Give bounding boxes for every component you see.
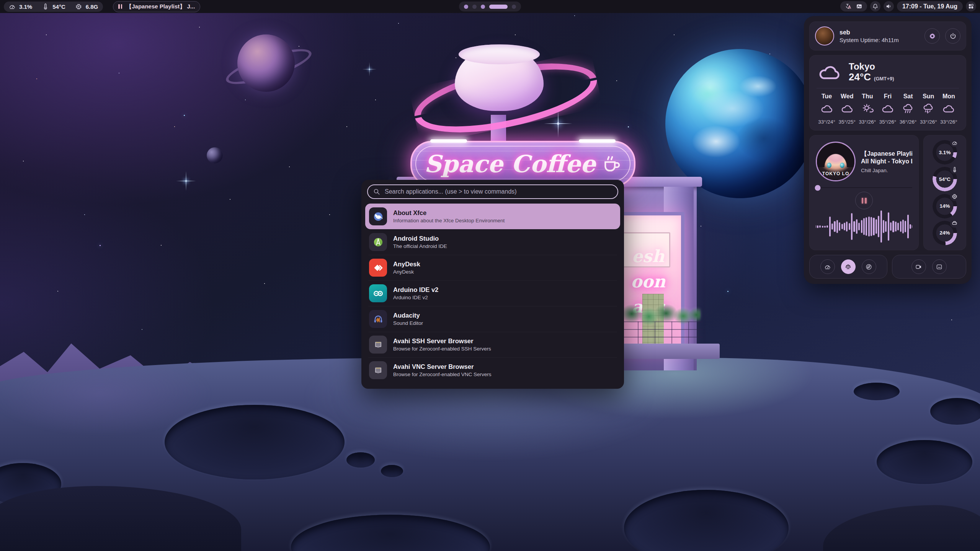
balanced-mode-button[interactable] (841, 259, 856, 274)
weather-city: Tokyo (849, 62, 894, 71)
waveform-bar (888, 212, 889, 241)
workspace-dot-1[interactable] (464, 5, 468, 9)
sparkle-star (185, 180, 187, 182)
waveform-bar (849, 223, 850, 230)
now-playing-title: 【Japanese Playlist】 J... (126, 3, 195, 10)
temperature-value: 54°C (52, 3, 65, 10)
screenshot-button[interactable] (932, 259, 947, 274)
volume-button[interactable] (884, 1, 894, 11)
cup-rim (459, 44, 540, 64)
app-description: Information about the Xfce Desktop Envir… (393, 218, 505, 223)
progress-knob[interactable] (815, 185, 821, 191)
app-description: Sound Editor (393, 320, 423, 326)
app-row-arduino[interactable]: Arduino IDE v2 Arduino IDE v2 (365, 280, 620, 306)
username: seb (840, 29, 919, 36)
disk-icon (950, 219, 959, 228)
app-row-anydesk[interactable]: AnyDesk AnyDesk (365, 255, 620, 280)
cloud-icon (837, 103, 857, 116)
workspace-switcher[interactable] (459, 2, 521, 11)
purple-planet (237, 34, 295, 92)
waveform-bar (826, 225, 828, 228)
waveform-bar (895, 222, 897, 231)
forecast-day: Mon (939, 93, 959, 100)
crater (346, 452, 375, 468)
sparkle-star (557, 122, 559, 125)
album-art[interactable]: TOKYO LO (816, 142, 856, 181)
small-moon (207, 147, 223, 163)
rain-icon (898, 103, 918, 116)
cpu-load-icon (9, 3, 15, 10)
app-row-android-studio[interactable]: Android Studio The official Android IDE (365, 229, 620, 255)
tray-icons-pill[interactable] (840, 1, 867, 11)
waveform-bar (853, 221, 855, 232)
crater (381, 465, 403, 477)
sign-light (430, 139, 467, 143)
app-row-avahi-vnc[interactable]: Avahi VNC Server Browser Browse for Zero… (365, 357, 620, 383)
cloud-icon (939, 103, 959, 116)
app-row-about-xfce[interactable]: About Xfce Information about the Xfce De… (365, 204, 620, 229)
wallpaper-icon[interactable] (856, 3, 862, 10)
waveform-bar (883, 220, 884, 233)
performance-mode-button[interactable] (820, 259, 835, 274)
forecast-day: Wed (837, 93, 857, 100)
now-playing-pill[interactable]: 【Japanese Playlist】 J... (113, 1, 200, 12)
waveform-bar (844, 223, 845, 230)
waveform-bar (851, 213, 853, 240)
track-progress-bar[interactable] (816, 187, 912, 188)
app-row-avahi-ssh[interactable]: Avahi SSH Server Browser Browse for Zero… (365, 332, 620, 357)
cpu-load-value: 3.1% (19, 3, 32, 10)
waveform-bar (836, 220, 838, 233)
waveform-bar (890, 222, 892, 231)
workspace-dot-2[interactable] (472, 5, 477, 9)
picture-icon (936, 264, 942, 270)
waveform-bar (912, 225, 912, 228)
crater (165, 405, 345, 479)
memory-icon (75, 3, 82, 10)
system-stats-pill[interactable]: 3.1% 54°C 6.8G (4, 2, 103, 12)
top-panel: 3.1% 54°C 6.8G 【Japanese Playlist】 J... … (0, 0, 980, 13)
memory-value: 6.8G (86, 3, 98, 10)
powersave-mode-button[interactable] (862, 259, 876, 274)
waveform-bar (841, 224, 843, 229)
screen-record-button[interactable] (911, 259, 926, 274)
android-studio-icon (369, 233, 387, 251)
waveform-bar (897, 223, 899, 230)
forecast-day: Sat (898, 93, 918, 100)
workspace-dot-3[interactable] (481, 5, 485, 9)
speedometer-icon (824, 264, 831, 270)
grid-icon (968, 3, 974, 10)
app-grid-button[interactable] (966, 1, 976, 11)
xfce-mouse-icon (369, 207, 387, 225)
menu-board (622, 232, 670, 267)
pause-icon (862, 198, 864, 204)
app-description: Browse for Zeroconf-enabled VNC Servers (393, 372, 492, 377)
network-port-icon (369, 361, 387, 379)
settings-button[interactable] (924, 28, 940, 44)
avatar[interactable] (815, 26, 834, 46)
track-title-line1: 【Japanese Playlist】 Japan (861, 150, 912, 158)
clock-text: 17:09 - Tue, 19 Aug (902, 3, 957, 10)
sparkle-star (369, 69, 370, 70)
app-name: About Xfce (393, 209, 505, 216)
app-row-audacity[interactable]: Audacity Sound Editor (365, 306, 620, 332)
input-method-icon[interactable] (845, 3, 851, 10)
notifications-button[interactable] (870, 1, 880, 11)
app-name: Arduino IDE v2 (393, 286, 438, 293)
workspace-dot-4[interactable] (489, 5, 508, 9)
gear-icon (929, 33, 936, 40)
waveform-bar (817, 225, 818, 228)
search-input[interactable] (384, 188, 612, 196)
track-title-line2: All Night - Tokyo LoFi Chill... (861, 158, 912, 165)
waveform-bar (834, 221, 835, 232)
search-field[interactable] (367, 184, 618, 199)
power-button[interactable] (945, 28, 960, 44)
app-name: AnyDesk (393, 261, 420, 267)
waveform (816, 209, 912, 244)
forecast-temps: 33°/26° (857, 119, 877, 125)
clock[interactable]: 17:09 - Tue, 19 Aug (897, 1, 963, 11)
workspace-dot-5[interactable] (512, 5, 516, 9)
weather-temp: 24°C (849, 71, 871, 83)
speedometer-icon (950, 139, 959, 147)
waveform-bar (907, 215, 909, 238)
play-pause-button[interactable] (855, 192, 873, 209)
